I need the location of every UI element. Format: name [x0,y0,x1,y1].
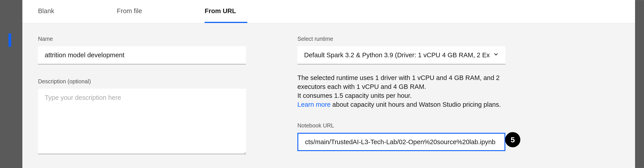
chevron-down-icon [493,51,499,59]
notebook-url-input[interactable] [298,133,505,151]
tab-from-url[interactable]: From URL [204,0,247,23]
source-tabs: Blank From file From URL [22,0,635,23]
name-label: Name [38,36,246,42]
runtime-desc-line1: The selected runtime uses 1 driver with … [298,74,500,90]
tab-blank-label: Blank [38,7,54,15]
left-column: Name Description (optional) [38,36,246,168]
right-column: Select runtime Default Spark 3.2 & Pytho… [298,36,505,168]
runtime-desc-line2: It consumes 1.5 capacity units per hour. [298,92,412,99]
notebook-url-group: Notebook URL 5 [298,122,505,151]
form-body: Name Description (optional) Select runti… [22,23,635,168]
runtime-description: The selected runtime uses 1 driver with … [298,73,505,109]
new-notebook-modal: Blank From file From URL Name Descriptio… [22,0,635,168]
learn-more-rest: about capacity unit hours and Watson Stu… [330,101,501,108]
notebook-url-label: Notebook URL [298,122,505,129]
sidebar-active-indicator [8,33,11,47]
runtime-label: Select runtime [298,36,505,42]
learn-more-link[interactable]: Learn more [298,101,330,108]
description-label: Description (optional) [38,78,246,85]
tab-from-file[interactable]: From file [117,0,154,23]
tab-blank[interactable]: Blank [38,0,66,23]
runtime-select[interactable]: Default Spark 3.2 & Python 3.9 (Driver: … [298,46,505,64]
runtime-select-value: Default Spark 3.2 & Python 3.9 (Driver: … [304,51,490,59]
name-input[interactable] [38,46,246,64]
description-textarea[interactable] [38,89,246,154]
step-badge-5: 5 [505,132,520,147]
tab-from-file-label: From file [117,7,142,15]
tab-from-url-label: From URL [204,7,236,15]
